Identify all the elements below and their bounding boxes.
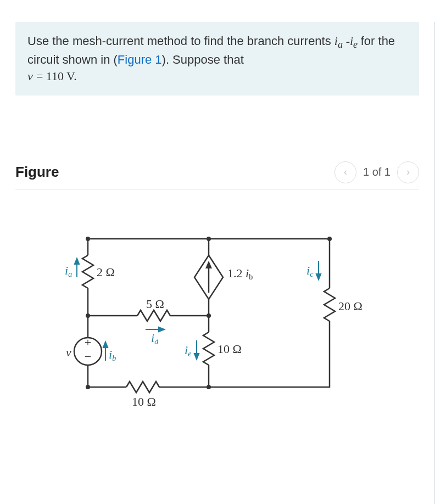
- label-vsrc: v: [66, 345, 71, 359]
- svg-point-9: [86, 385, 90, 389]
- svg-point-10: [207, 385, 211, 389]
- page: Use the mesh-current method to find the …: [0, 22, 435, 504]
- figure-link[interactable]: Figure 1: [118, 53, 162, 66]
- figure-header: Figure ‹ 1 of 1 ›: [15, 161, 419, 189]
- figure-canvas: + − ia ib: [44, 222, 434, 422]
- label-ia: ia: [65, 264, 72, 278]
- vsrc-minus: −: [85, 350, 91, 363]
- label-ie: ie: [185, 343, 191, 358]
- label-r2: 2 Ω: [97, 265, 115, 279]
- prompt-text: Use the mesh-current method to find the …: [27, 34, 334, 48]
- prompt-text-after: ). Suppose that: [162, 53, 244, 66]
- label-r5: 5 Ω: [146, 297, 164, 311]
- next-button[interactable]: ›: [397, 161, 419, 183]
- vsrc-plus: +: [85, 335, 91, 349]
- label-r10-right: 10 Ω: [217, 342, 242, 356]
- chevron-left-icon: ‹: [344, 166, 347, 178]
- circuit-diagram: + − ia ib: [44, 222, 373, 420]
- svg-point-5: [207, 237, 211, 241]
- figure-nav: ‹ 1 of 1 ›: [334, 161, 419, 183]
- prompt-vars: ia -ie: [334, 34, 361, 48]
- label-id: id: [151, 331, 159, 346]
- label-r20: 20 Ω: [338, 299, 362, 313]
- svg-point-8: [207, 313, 211, 318]
- svg-point-6: [327, 237, 332, 241]
- svg-point-7: [86, 313, 90, 318]
- chevron-right-icon: ›: [406, 166, 410, 178]
- svg-point-4: [86, 237, 90, 241]
- problem-statement: Use the mesh-current method to find the …: [15, 22, 419, 96]
- figure-title: Figure: [15, 164, 59, 181]
- prev-button[interactable]: ‹: [334, 161, 356, 183]
- figure-counter: 1 of 1: [363, 166, 391, 178]
- label-r10-bottom: 10 Ω: [132, 395, 156, 408]
- label-dep-src: 1.2 ib: [227, 266, 253, 281]
- label-ib: ib: [109, 348, 116, 362]
- label-ic: ic: [306, 264, 314, 278]
